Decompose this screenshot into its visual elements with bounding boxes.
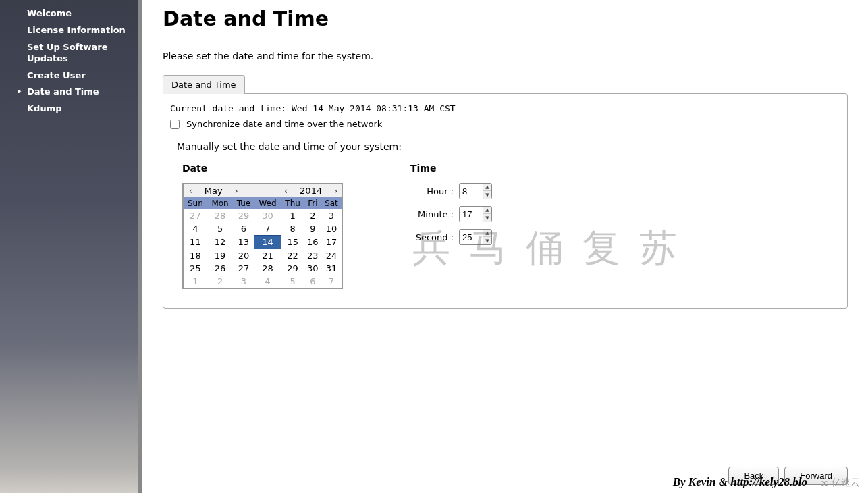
calendar-day[interactable]: 5 — [207, 222, 234, 236]
minute-spinner[interactable]: ▲ ▼ — [459, 206, 492, 222]
calendar-day[interactable]: 31 — [321, 262, 342, 275]
sidebar-item-create-user[interactable]: Create User — [0, 68, 138, 84]
calendar-day[interactable]: 25 — [184, 262, 207, 275]
badge-text: 亿速云 — [832, 477, 860, 489]
calendar-day[interactable]: 11 — [184, 236, 207, 249]
current-datetime-prefix: Current date and time: — [170, 103, 292, 113]
calendar-day[interactable]: 8 — [281, 222, 304, 236]
current-datetime-value: Wed 14 May 2014 08:31:13 AM CST — [292, 103, 456, 113]
date-header: Date — [182, 163, 343, 174]
calendar-day[interactable]: 4 — [254, 275, 281, 288]
calendar-day[interactable]: 22 — [281, 249, 304, 263]
second-input[interactable] — [460, 230, 483, 244]
sidebar-item-updates[interactable]: Set Up Software Updates — [0, 39, 138, 68]
time-header: Time — [410, 163, 492, 174]
calendar-day[interactable]: 30 — [304, 262, 321, 275]
calendar-day[interactable]: 29 — [281, 262, 304, 275]
calendar-day[interactable]: 15 — [281, 236, 304, 249]
second-down-icon[interactable]: ▼ — [483, 237, 491, 244]
calendar-day[interactable]: 3 — [233, 275, 254, 288]
calendar-grid: SunMonTueWedThuFriSat 272829301234567891… — [184, 197, 342, 288]
calendar-day[interactable]: 7 — [254, 222, 281, 236]
minute-label: Minute : — [410, 209, 454, 219]
sidebar: Welcome License Information Set Up Softw… — [0, 0, 138, 493]
minute-up-icon[interactable]: ▲ — [483, 207, 491, 214]
calendar-day[interactable]: 6 — [304, 275, 321, 288]
weekday-header: Mon — [207, 197, 234, 209]
calendar-day[interactable]: 2 — [207, 275, 234, 288]
hour-label: Hour : — [410, 186, 454, 197]
weekday-header: Sun — [184, 197, 207, 209]
next-year-icon[interactable]: › — [333, 186, 339, 196]
calendar-day[interactable]: 14 — [254, 236, 281, 249]
calendar-day[interactable]: 18 — [184, 249, 207, 263]
page-title: Date and Time — [163, 7, 848, 30]
calendar-day[interactable]: 24 — [321, 249, 342, 263]
second-up-icon[interactable]: ▲ — [483, 230, 491, 237]
calendar-day[interactable]: 9 — [304, 222, 321, 236]
calendar: ‹ May › ‹ 2014 › SunMonTueWedThuFri — [182, 183, 343, 289]
calendar-day[interactable]: 27 — [233, 262, 254, 275]
calendar-day[interactable]: 5 — [281, 275, 304, 288]
weekday-header: Wed — [254, 197, 281, 209]
sync-network-checkbox[interactable] — [170, 120, 180, 129]
next-month-icon[interactable]: › — [234, 186, 240, 196]
hour-spinner[interactable]: ▲ ▼ — [459, 183, 492, 199]
tab-panel: Current date and time: Wed 14 May 2014 0… — [163, 93, 848, 309]
calendar-day[interactable]: 10 — [321, 222, 342, 236]
sidebar-item-date-time[interactable]: Date and Time — [0, 84, 138, 101]
page-subtitle: Please set the date and time for the sys… — [163, 51, 848, 61]
second-label: Second : — [410, 232, 454, 242]
sidebar-item-license[interactable]: License Information — [0, 22, 138, 39]
manual-set-label: Manually set the date and time of your s… — [177, 141, 840, 152]
sync-network-label: Synchronize date and time over the netwo… — [186, 119, 382, 129]
calendar-day[interactable]: 16 — [304, 236, 321, 249]
hour-input[interactable] — [460, 184, 483, 199]
calendar-day[interactable]: 3 — [321, 209, 342, 222]
calendar-day[interactable]: 13 — [233, 236, 254, 249]
calendar-day[interactable]: 27 — [184, 209, 207, 222]
calendar-day[interactable]: 2 — [304, 209, 321, 222]
calendar-day[interactable]: 20 — [233, 249, 254, 263]
weekday-header: Sat — [321, 197, 342, 209]
sidebar-item-kdump[interactable]: Kdump — [0, 101, 138, 118]
date-column: Date ‹ May › ‹ 2014 › — [182, 163, 343, 289]
prev-month-icon[interactable]: ‹ — [188, 186, 194, 196]
calendar-day[interactable]: 17 — [321, 236, 342, 249]
prev-year-icon[interactable]: ‹ — [283, 186, 289, 196]
current-datetime: Current date and time: Wed 14 May 2014 0… — [170, 103, 840, 113]
calendar-year: 2014 — [293, 186, 329, 196]
second-spinner[interactable]: ▲ ▼ — [459, 229, 492, 245]
calendar-day[interactable]: 26 — [207, 262, 234, 275]
infinity-icon: ∞ — [819, 477, 830, 489]
calendar-day[interactable]: 29 — [233, 209, 254, 222]
logo-badge: ∞ 亿速云 — [819, 477, 860, 489]
calendar-day[interactable]: 1 — [281, 209, 304, 222]
calendar-day[interactable]: 12 — [207, 236, 234, 249]
calendar-day[interactable]: 28 — [254, 262, 281, 275]
weekday-header: Tue — [233, 197, 254, 209]
sidebar-item-welcome[interactable]: Welcome — [0, 5, 138, 22]
calendar-day[interactable]: 4 — [184, 222, 207, 236]
hour-down-icon[interactable]: ▼ — [483, 191, 491, 199]
calendar-day[interactable]: 7 — [321, 275, 342, 288]
content-area: Date and Time Please set the date and ti… — [142, 0, 868, 493]
weekday-header: Fri — [304, 197, 321, 209]
calendar-day[interactable]: 30 — [254, 209, 281, 222]
calendar-day[interactable]: 6 — [233, 222, 254, 236]
calendar-day[interactable]: 23 — [304, 249, 321, 263]
calendar-day[interactable]: 19 — [207, 249, 234, 263]
minute-down-icon[interactable]: ▼ — [483, 214, 491, 222]
minute-input[interactable] — [460, 207, 483, 222]
calendar-day[interactable]: 21 — [254, 249, 281, 263]
weekday-header: Thu — [281, 197, 304, 209]
hour-up-icon[interactable]: ▲ — [483, 184, 491, 191]
calendar-day[interactable]: 1 — [184, 275, 207, 288]
calendar-month: May — [198, 186, 229, 196]
calendar-day[interactable]: 28 — [207, 209, 234, 222]
time-column: Time Hour : ▲ ▼ Minute : — [410, 163, 492, 289]
byline-text: By Kevin & http://kely28.blo — [673, 475, 807, 489]
tab-date-time[interactable]: Date and Time — [163, 75, 245, 94]
